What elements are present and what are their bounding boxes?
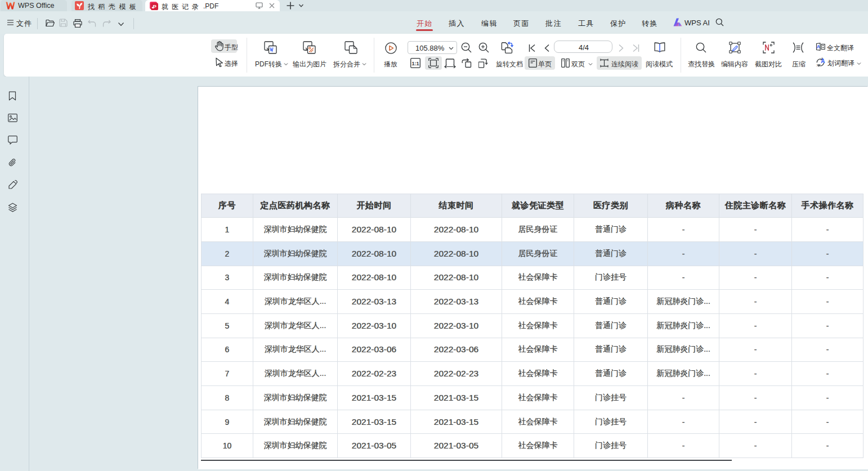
svg-text:A: A <box>821 58 825 64</box>
svg-text:1:1: 1:1 <box>411 61 419 66</box>
svg-text:A: A <box>817 44 820 50</box>
svg-text:x: x <box>817 62 819 67</box>
svg-text:P: P <box>153 3 156 10</box>
